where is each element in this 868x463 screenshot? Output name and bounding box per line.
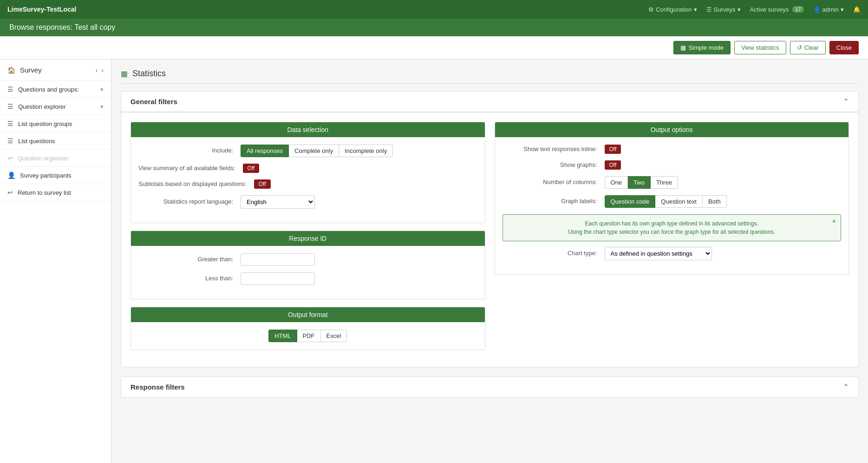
- subtotals-toggle-button[interactable]: Off: [254, 179, 271, 189]
- page-title: Statistics: [132, 69, 166, 79]
- collapse-icon[interactable]: ⌃: [843, 383, 849, 391]
- show-graphs-row: Show graphs: Off: [503, 160, 842, 170]
- sidebar: 🏠 Survey ‹ › ☰ Questions and groups: ▾ ☰…: [0, 60, 111, 463]
- sidebar-item-label: Question organizer: [18, 155, 104, 162]
- response-id-header: Response ID: [131, 231, 485, 246]
- view-summary-row: View summary of all available fields: Of…: [138, 164, 477, 173]
- general-filters-header[interactable]: General filters ⌃: [121, 92, 858, 112]
- include-all-button[interactable]: All responses: [241, 145, 289, 157]
- sidebar-item-questions-groups[interactable]: ☰ Questions and groups: ▾: [0, 81, 111, 98]
- subtotals-label: Subtotals based on displayed questions:: [138, 180, 254, 188]
- surveys-menu[interactable]: ☰ Surveys ▾: [706, 6, 741, 13]
- filters-grid: Data selection Include: All responses Co…: [131, 122, 849, 357]
- admin-menu[interactable]: 👤 admin ▾: [813, 6, 844, 13]
- chevron-down-icon: ▾: [694, 6, 697, 13]
- gear-icon: ⚙: [648, 6, 654, 13]
- page-subtitle: Browse responses: Test all copy: [0, 19, 868, 36]
- response-filters-title: Response filters: [131, 383, 185, 391]
- less-than-label: Less than:: [138, 274, 241, 283]
- graph-labels-btn-group: Question code Question text Both: [605, 195, 727, 208]
- toolbar: ▦ Simple mode View statistics ↺ Clear Cl…: [0, 36, 868, 60]
- sidebar-item-return-to-survey-list[interactable]: ↩ Return to survey list: [0, 184, 111, 201]
- show-text-inline-toggle: Off: [605, 145, 621, 154]
- columns-three-button[interactable]: Three: [651, 176, 678, 189]
- main-content: ▦ Statistics General filters ⌃ Data sele…: [111, 60, 868, 463]
- user-icon: 👤: [813, 6, 821, 13]
- close-button[interactable]: Close: [829, 41, 859, 54]
- less-than-input[interactable]: [241, 272, 315, 285]
- data-selection-body: Include: All responses Complete only Inc…: [131, 137, 485, 223]
- language-row: Statistics report language: English: [138, 195, 477, 209]
- response-id-card: Response ID Greater than: Less than:: [131, 231, 485, 299]
- info-text-line1: Each question has its own graph type def…: [510, 220, 834, 227]
- active-surveys-link[interactable]: Active surveys 17: [750, 6, 804, 13]
- general-filters-title: General filters: [131, 98, 177, 106]
- graph-label-both-button[interactable]: Both: [703, 195, 727, 208]
- greater-than-row: Greater than:: [138, 253, 477, 266]
- sidebar-item-label: List question groups: [18, 120, 104, 127]
- arrow-right-icon[interactable]: ›: [101, 66, 104, 74]
- format-pdf-button[interactable]: PDF: [297, 330, 321, 342]
- info-box-close-button[interactable]: ×: [832, 218, 836, 225]
- sidebar-item-label: Question explorer: [18, 103, 100, 110]
- view-summary-toggle: Off: [243, 164, 260, 173]
- sidebar-item-survey-participants[interactable]: 👤 Survey participants: [0, 167, 111, 184]
- right-column: Output options Show text responses inlin…: [495, 122, 849, 357]
- graph-labels-row: Graph labels: Question code Question tex…: [503, 195, 842, 208]
- list-icon: ☰: [7, 137, 13, 145]
- general-filters-panel: General filters ⌃ Data selection Inc: [121, 91, 859, 367]
- arrow-left-icon[interactable]: ‹: [96, 66, 98, 74]
- sidebar-item-label: List questions: [18, 138, 104, 145]
- brand-logo[interactable]: LimeSurvey-TestLocal: [7, 6, 76, 13]
- configuration-menu[interactable]: ⚙ Configuration ▾: [648, 6, 697, 13]
- data-selection-card: Data selection Include: All responses Co…: [131, 122, 485, 223]
- num-columns-row: Number of columns: One Two Three: [503, 176, 842, 189]
- refresh-icon: ↺: [797, 44, 802, 51]
- view-summary-label: View summary of all available fields:: [138, 164, 243, 172]
- chart-type-select[interactable]: As defined in question settings: [605, 247, 712, 260]
- show-graphs-label: Show graphs:: [503, 161, 605, 169]
- sidebar-arrows[interactable]: ‹ ›: [96, 66, 104, 74]
- sidebar-item-list-question-groups[interactable]: ☰ List question groups: [0, 115, 111, 132]
- graph-label-text-button[interactable]: Question text: [655, 195, 703, 208]
- chevron-down-icon: ▾: [100, 103, 104, 110]
- include-incomplete-button[interactable]: Incomplete only: [339, 145, 393, 157]
- num-columns-btn-group: One Two Three: [605, 176, 678, 189]
- format-html-button[interactable]: HTML: [268, 330, 297, 342]
- view-statistics-button[interactable]: View statistics: [734, 41, 786, 54]
- sidebar-item-question-explorer[interactable]: ☰ Question explorer ▾: [0, 98, 111, 115]
- greater-than-input[interactable]: [241, 253, 315, 266]
- sidebar-item-list-questions[interactable]: ☰ List questions: [0, 132, 111, 150]
- greater-than-label: Greater than:: [138, 255, 241, 264]
- view-summary-toggle-button[interactable]: Off: [243, 164, 260, 173]
- format-excel-button[interactable]: Excel: [321, 330, 347, 342]
- chart-type-info-box: × Each question has its own graph type d…: [503, 214, 842, 241]
- bar-chart-icon: ▦: [121, 69, 128, 78]
- chart-type-row: Chart type: As defined in question setti…: [503, 247, 842, 260]
- show-text-inline-toggle-button[interactable]: Off: [605, 145, 621, 154]
- language-select[interactable]: English: [241, 195, 315, 209]
- show-text-inline-label: Show text responses inline:: [503, 145, 605, 153]
- subtotals-toggle: Off: [254, 179, 271, 189]
- show-graphs-toggle-button[interactable]: Off: [605, 160, 621, 170]
- simple-mode-button[interactable]: ▦ Simple mode: [673, 41, 731, 54]
- return-icon: ↩: [7, 189, 13, 196]
- columns-one-button[interactable]: One: [605, 176, 628, 189]
- chevron-down-icon: ▾: [737, 6, 741, 13]
- collapse-icon[interactable]: ⌃: [843, 97, 849, 106]
- organizer-icon: ⇌: [7, 154, 13, 162]
- less-than-row: Less than:: [138, 272, 477, 285]
- graph-label-code-button[interactable]: Question code: [605, 195, 656, 208]
- notification-bell[interactable]: 🔔: [853, 6, 861, 13]
- include-complete-button[interactable]: Complete only: [289, 145, 339, 157]
- sidebar-item-question-organizer: ⇌ Question organizer: [0, 150, 111, 167]
- bell-icon: 🔔: [853, 6, 861, 13]
- output-format-btn-group: HTML PDF Excel: [268, 330, 347, 342]
- clear-button[interactable]: ↺ Clear: [790, 41, 826, 54]
- survey-icon: 🏠: [7, 66, 15, 74]
- columns-two-button[interactable]: Two: [628, 176, 651, 189]
- show-graphs-toggle: Off: [605, 160, 621, 170]
- response-filters-header[interactable]: Response filters ⌃: [121, 377, 858, 397]
- chart-type-label: Chart type:: [503, 249, 605, 258]
- sidebar-survey-title: Survey: [20, 66, 96, 74]
